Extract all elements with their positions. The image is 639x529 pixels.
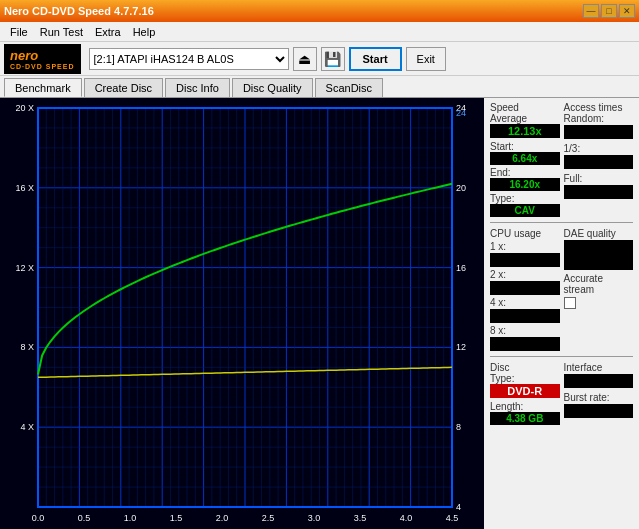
access-title: Access times — [564, 102, 634, 113]
access-section: Access times Random: 1/3: Full: — [564, 102, 634, 217]
start-button[interactable]: Start — [349, 47, 402, 71]
cpu-1x-value — [490, 253, 560, 267]
random-value — [564, 125, 634, 139]
speed-access-row: Speed Average 12.13x Start: 6.64x End: 1… — [490, 102, 633, 217]
divider-2 — [490, 356, 633, 357]
accurate-label: Accurate — [564, 273, 634, 284]
burst-label: Burst rate: — [564, 392, 634, 403]
stream-label: stream — [564, 284, 634, 295]
eject-button[interactable]: ⏏ — [293, 47, 317, 71]
tab-scandisk[interactable]: ScanDisc — [315, 78, 383, 97]
random-label: Random: — [564, 113, 634, 124]
tab-create-disc[interactable]: Create Disc — [84, 78, 163, 97]
minimize-button[interactable]: — — [583, 4, 599, 18]
burst-value — [564, 404, 634, 418]
drive-selector[interactable]: [2:1] ATAPI iHAS124 B AL0S — [89, 48, 289, 70]
interface-section: Interface Burst rate: — [564, 362, 634, 425]
disc-length-label: Length: — [490, 401, 560, 412]
start-label: Start: — [490, 141, 560, 152]
tab-disc-info[interactable]: Disc Info — [165, 78, 230, 97]
cpu-section: CPU usage 1 x: 2 x: 4 x: 8 x: — [490, 228, 560, 351]
logo-main: nero — [10, 48, 75, 63]
menu-run-test[interactable]: Run Test — [34, 24, 89, 40]
cpu-4x-label: 4 x: — [490, 297, 560, 308]
cpu-interface-row: CPU usage 1 x: 2 x: 4 x: 8 x: — [490, 228, 633, 351]
start-value: 6.64x — [490, 152, 560, 165]
one-third-value — [564, 155, 634, 169]
average-label: Average — [490, 113, 560, 124]
exit-button[interactable]: Exit — [406, 47, 446, 71]
menu-help[interactable]: Help — [127, 24, 162, 40]
menu-extra[interactable]: Extra — [89, 24, 127, 40]
dae-value — [564, 240, 634, 270]
interface-title: Interface — [564, 362, 634, 373]
disc-interface-row: Disc Type: DVD-R Length: 4.38 GB Interfa… — [490, 362, 633, 425]
cpu-4x-value — [490, 309, 560, 323]
one-third-label: 1/3: — [564, 143, 634, 154]
cpu-2x-value — [490, 281, 560, 295]
speed-title: Speed — [490, 102, 560, 113]
menu-bar: File Run Test Extra Help — [0, 22, 639, 42]
divider-1 — [490, 222, 633, 223]
type-value: CAV — [490, 204, 560, 217]
full-label: Full: — [564, 173, 634, 184]
cpu-2x-label: 2 x: — [490, 269, 560, 280]
title-bar-left: Nero CD-DVD Speed 4.7.7.16 — [4, 5, 154, 17]
tab-benchmark[interactable]: Benchmark — [4, 78, 82, 97]
save-button[interactable]: 💾 — [321, 47, 345, 71]
close-button[interactable]: ✕ — [619, 4, 635, 18]
maximize-button[interactable]: □ — [601, 4, 617, 18]
dae-section: DAE quality Accurate stream — [564, 228, 634, 351]
disc-title: Disc — [490, 362, 560, 373]
toolbar: nero CD·DVD SPEED [2:1] ATAPI iHAS124 B … — [0, 42, 639, 76]
app-title: Nero CD-DVD Speed 4.7.7.16 — [4, 5, 154, 17]
end-label: End: — [490, 167, 560, 178]
accurate-stream-checkbox[interactable] — [564, 297, 576, 309]
speed-section: Speed Average 12.13x Start: 6.64x End: 1… — [490, 102, 560, 217]
menu-file[interactable]: File — [4, 24, 34, 40]
cpu-1x-label: 1 x: — [490, 241, 560, 252]
end-value: 16.20x — [490, 178, 560, 191]
tab-disc-quality[interactable]: Disc Quality — [232, 78, 313, 97]
disc-section: Disc Type: DVD-R Length: 4.38 GB — [490, 362, 560, 425]
right-panel: Speed Average 12.13x Start: 6.64x End: 1… — [484, 98, 639, 529]
title-bar: Nero CD-DVD Speed 4.7.7.16 — □ ✕ — [0, 0, 639, 22]
cpu-8x-label: 8 x: — [490, 325, 560, 336]
full-value — [564, 185, 634, 199]
interface-value — [564, 374, 634, 388]
average-value: 12.13x — [490, 124, 560, 138]
cpu-8x-value — [490, 337, 560, 351]
type-label: Type: — [490, 193, 560, 204]
tabs-bar: Benchmark Create Disc Disc Info Disc Qua… — [0, 76, 639, 98]
logo: nero CD·DVD SPEED — [4, 44, 81, 74]
chart-container — [0, 98, 484, 529]
speed-chart — [0, 98, 484, 529]
disc-type-label: Type: — [490, 373, 560, 384]
accurate-stream-row — [564, 297, 634, 309]
dae-title: DAE quality — [564, 228, 634, 239]
disc-type-value: DVD-R — [490, 384, 560, 398]
cpu-title: CPU usage — [490, 228, 560, 239]
disc-length-value: 4.38 GB — [490, 412, 560, 425]
title-bar-controls: — □ ✕ — [583, 4, 635, 18]
logo-sub: CD·DVD SPEED — [10, 63, 75, 70]
main-content: Speed Average 12.13x Start: 6.64x End: 1… — [0, 98, 639, 529]
